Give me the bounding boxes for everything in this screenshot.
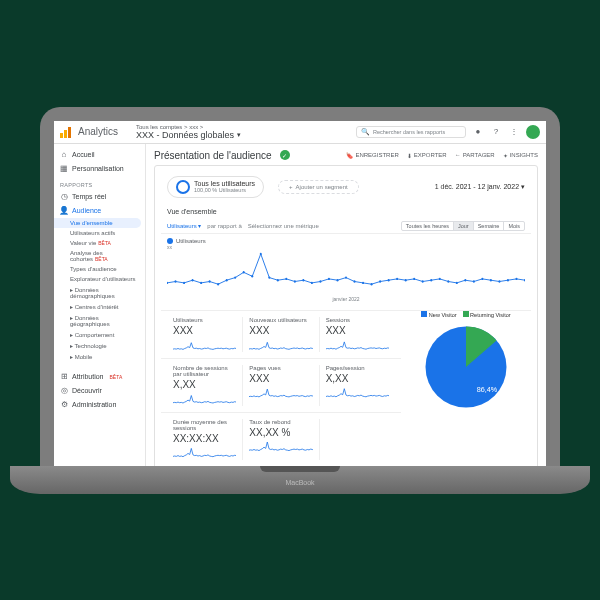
sidebar-sub-mobile[interactable]: ▸ Mobile xyxy=(54,351,145,362)
svg-point-32 xyxy=(439,277,441,279)
clock-icon: ◷ xyxy=(60,193,68,201)
svg-point-42 xyxy=(524,279,525,281)
svg-point-14 xyxy=(285,277,287,279)
add-segment-button[interactable]: + Ajouter un segment xyxy=(278,180,359,194)
insights-button[interactable]: ✦ INSIGHTS xyxy=(503,152,538,159)
svg-point-8 xyxy=(234,276,236,278)
sidebar-item-discover[interactable]: ◎ Découvrir xyxy=(54,384,145,398)
user-avatar[interactable] xyxy=(526,125,540,139)
sidebar-sub-audiences[interactable]: Types d'audience xyxy=(54,264,145,274)
help-icon[interactable]: ? xyxy=(490,126,502,138)
svg-point-38 xyxy=(490,279,492,281)
svg-point-25 xyxy=(379,280,381,282)
sidebar-sub-behavior[interactable]: ▸ Comportement xyxy=(54,329,145,340)
overview-label: Vue d'ensemble xyxy=(161,206,531,217)
svg-point-20 xyxy=(337,279,339,281)
kpi-avg-session-duration: Durée moyenne des sessions XX:XX:XX xyxy=(167,419,242,460)
sidebar-item-audience[interactable]: 👤 Audience xyxy=(54,204,145,218)
sidebar-sub-technology[interactable]: ▸ Technologie xyxy=(54,340,145,351)
date-range-picker[interactable]: 1 déc. 2021 - 12 janv. 2022 ▾ xyxy=(435,183,525,191)
svg-point-19 xyxy=(328,277,330,279)
svg-point-10 xyxy=(251,275,253,277)
sidebar-sub-user-explorer[interactable]: Explorateur d'utilisateurs xyxy=(54,274,145,284)
sidebar-item-home[interactable]: ⌂ Accueil xyxy=(54,148,145,162)
add-segment-label: Ajouter un segment xyxy=(296,184,348,190)
x-axis-month-label: janvier 2022 xyxy=(167,296,525,302)
sidebar-item-admin[interactable]: ⚙ Administration xyxy=(54,398,145,412)
sidebar-sub-overview[interactable]: Vue d'ensemble xyxy=(54,218,141,228)
legend-returning-visitor: Returning Visitor xyxy=(470,312,511,318)
kpi-sessions: Sessions XXX xyxy=(319,317,395,352)
account-selector[interactable]: XXX - Données globales ▾ xyxy=(136,130,241,140)
segment-all-users[interactable]: Tous les utilisateurs 100,00 % Utilisate… xyxy=(167,176,264,198)
dashboard-icon: ▦ xyxy=(60,165,68,173)
sidebar-sub-geo[interactable]: ▸ Données géographiques xyxy=(54,312,145,329)
svg-point-3 xyxy=(192,279,194,281)
sidebar-item-attribution[interactable]: ⊞ Attribution BÊTA xyxy=(54,370,145,384)
sidebar-label: Administration xyxy=(72,401,116,408)
svg-point-23 xyxy=(362,281,364,283)
kpi-users: Utilisateurs XXX xyxy=(167,317,242,352)
page-title: Présentation de l'audience xyxy=(154,150,272,161)
notifications-icon[interactable]: ● xyxy=(472,126,484,138)
svg-point-40 xyxy=(507,279,509,281)
export-button[interactable]: ⬇ EXPORTER xyxy=(407,152,447,159)
sidebar-label: Temps réel xyxy=(72,193,106,200)
granularity-month[interactable]: Mois xyxy=(503,222,524,230)
sidebar-item-realtime[interactable]: ◷ Temps réel xyxy=(54,190,145,204)
sidebar: ⌂ Accueil ▦ Personnalisation Rapports ◷ … xyxy=(54,144,146,467)
granularity-week[interactable]: Semaine xyxy=(473,222,504,230)
gear-icon: ⚙ xyxy=(60,401,68,409)
plus-icon: + xyxy=(289,184,293,190)
sidebar-label: Attribution xyxy=(72,373,104,380)
metric-selector-secondary[interactable]: Sélectionnez une métrique xyxy=(248,223,319,229)
svg-point-28 xyxy=(405,279,407,281)
app-header: Analytics Tous les comptes > xxx > XXX -… xyxy=(54,121,546,144)
svg-point-12 xyxy=(268,276,270,278)
svg-point-2 xyxy=(183,281,185,283)
svg-point-22 xyxy=(353,280,355,282)
metric-selector-primary[interactable]: Utilisateurs ▾ xyxy=(167,222,201,229)
beta-badge: BÊTA xyxy=(110,374,123,380)
svg-point-29 xyxy=(413,277,415,279)
user-icon: 👤 xyxy=(60,207,68,215)
share-button[interactable]: ← PARTAGER xyxy=(455,152,495,159)
save-report-button[interactable]: 🔖 ENREGISTRER xyxy=(346,152,398,159)
svg-point-6 xyxy=(217,283,219,285)
sidebar-sub-lifetime-value[interactable]: Valeur vieBÊTA xyxy=(54,238,145,248)
segment-label: Tous les utilisateurs xyxy=(194,180,255,187)
svg-point-41 xyxy=(516,277,518,279)
account-title: XXX - Données globales xyxy=(136,130,234,140)
granularity-hourly[interactable]: Toutes les heures xyxy=(402,222,453,230)
search-icon: 🔍 xyxy=(361,128,370,136)
svg-point-37 xyxy=(481,277,483,279)
svg-point-18 xyxy=(319,280,321,282)
sidebar-sub-interests[interactable]: ▸ Centres d'intérêt xyxy=(54,301,145,312)
privacy-shield-icon[interactable]: ✓ xyxy=(280,150,290,160)
search-placeholder: Rechercher dans les rapports xyxy=(373,129,445,135)
kpi-pageviews: Pages vues XXX xyxy=(242,365,318,406)
visitor-pie-chart: New Visitor Returning Visitor 86,4% xyxy=(401,311,531,466)
svg-point-7 xyxy=(226,279,228,281)
sidebar-label: Audience xyxy=(72,207,101,214)
sidebar-item-customization[interactable]: ▦ Personnalisation xyxy=(54,162,145,176)
svg-point-24 xyxy=(371,283,373,285)
sidebar-sub-active-users[interactable]: Utilisateurs actifs xyxy=(54,228,145,238)
segment-circle-icon xyxy=(176,180,190,194)
discover-icon: ◎ xyxy=(60,387,68,395)
svg-point-17 xyxy=(311,281,313,283)
sidebar-sub-cohort-analysis[interactable]: Analyse des cohortesBÊTA xyxy=(54,248,145,264)
svg-point-21 xyxy=(345,276,347,278)
sidebar-sub-demographics[interactable]: ▸ Données démographiques xyxy=(54,284,145,301)
svg-point-35 xyxy=(464,279,466,281)
svg-point-30 xyxy=(422,280,424,282)
settings-icon[interactable]: ⋮ xyxy=(508,126,520,138)
search-input[interactable]: 🔍 Rechercher dans les rapports xyxy=(356,126,466,138)
svg-point-13 xyxy=(277,279,279,281)
svg-point-1 xyxy=(174,280,176,282)
granularity-day[interactable]: Jour xyxy=(453,222,473,230)
kpi-sessions-per-user: Nombre de sessions par utilisateur X,XX xyxy=(167,365,242,406)
segment-sublabel: 100,00 % Utilisateurs xyxy=(194,187,255,193)
svg-point-27 xyxy=(396,277,398,279)
svg-point-26 xyxy=(388,279,390,281)
